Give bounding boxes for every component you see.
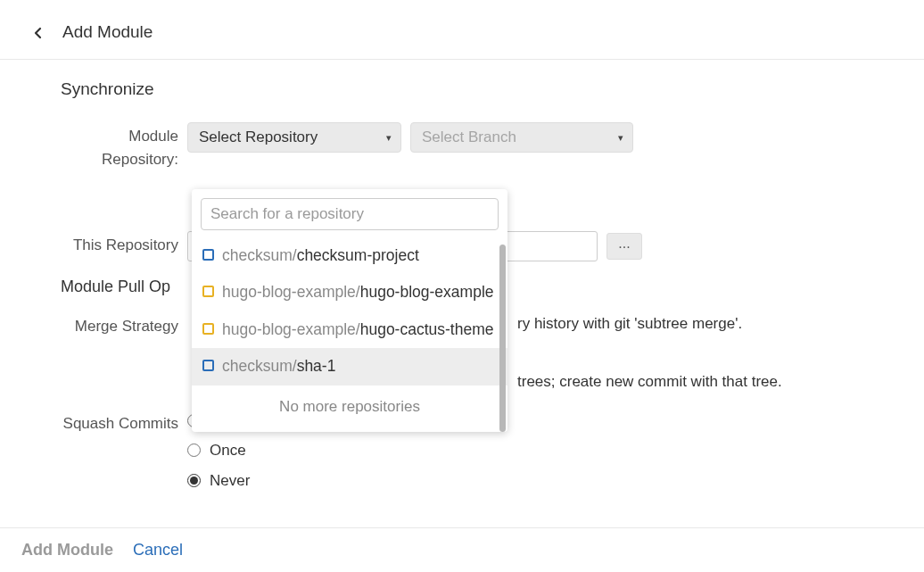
squash-never-label: Never [210, 469, 250, 493]
repository-list: checksum/checksum-project hugo-blog-exam… [192, 237, 507, 385]
squash-option-never[interactable]: Never [187, 469, 258, 493]
repo-label: checksum/checksum-project [222, 245, 419, 267]
cancel-button[interactable]: Cancel [133, 541, 183, 560]
label-squash-commits: Squash Commits [61, 410, 187, 435]
content-area: Synchronize Module Repository: Select Re… [0, 60, 924, 499]
label-module-repository: Module Repository: [61, 122, 187, 172]
browse-button[interactable]: ... [606, 233, 642, 260]
repo-label: hugo-blog-example/hugo-cactus-theme [222, 319, 494, 341]
radio-once[interactable] [187, 444, 201, 457]
select-branch[interactable]: Select Branch ▾ [410, 122, 633, 153]
squash-once-label: Once [210, 439, 246, 462]
repository-item[interactable]: checksum/checksum-project [192, 237, 507, 274]
repo-icon [202, 286, 214, 297]
merge-option-trees[interactable]: trees; create new commit with that tree. [517, 370, 924, 394]
row-module-repository: Module Repository: Select Repository ▾ S… [61, 122, 924, 172]
repo-icon [202, 323, 214, 335]
dropdown-search-wrapper [201, 198, 499, 230]
repository-item[interactable]: hugo-blog-example/hugo-cactus-theme [192, 311, 507, 348]
section-title: Synchronize [61, 79, 924, 99]
select-repository-value: Select Repository [199, 128, 318, 145]
page-header: Add Module [0, 0, 924, 60]
page-title: Add Module [62, 22, 153, 42]
merge-option-history-label: ry history with git 'subtree merge'. [517, 312, 742, 336]
merge-option-history[interactable]: ry history with git 'subtree merge'. [517, 312, 924, 336]
label-this-repository: This Repository [61, 231, 187, 257]
label-merge-strategy: Merge Strategy [61, 312, 187, 338]
squash-option-once[interactable]: Once [187, 439, 258, 462]
add-module-button[interactable]: Add Module [21, 541, 113, 560]
footer-bar: Add Module Cancel [0, 527, 924, 572]
repository-search-input[interactable] [201, 198, 499, 230]
repo-icon [202, 249, 214, 261]
repository-dropdown: checksum/checksum-project hugo-blog-exam… [192, 189, 507, 432]
repository-item[interactable]: checksum/sha-1 [192, 348, 507, 385]
back-chevron-icon[interactable] [34, 21, 43, 43]
chevron-down-icon: ▾ [618, 132, 623, 144]
dropdown-footer: No more repositories [192, 385, 507, 430]
merge-option-trees-label: trees; create new commit with that tree. [517, 370, 782, 394]
scrollbar[interactable] [499, 245, 506, 432]
radio-never[interactable] [187, 474, 201, 487]
repo-label: hugo-blog-example/hugo-blog-example [222, 281, 494, 303]
select-repository[interactable]: Select Repository ▾ [187, 122, 401, 153]
select-branch-value: Select Branch [422, 128, 516, 145]
repo-icon [202, 360, 214, 371]
chevron-down-icon: ▾ [386, 132, 392, 144]
repo-label: checksum/sha-1 [222, 355, 335, 377]
repository-item[interactable]: hugo-blog-example/hugo-blog-example [192, 274, 507, 311]
